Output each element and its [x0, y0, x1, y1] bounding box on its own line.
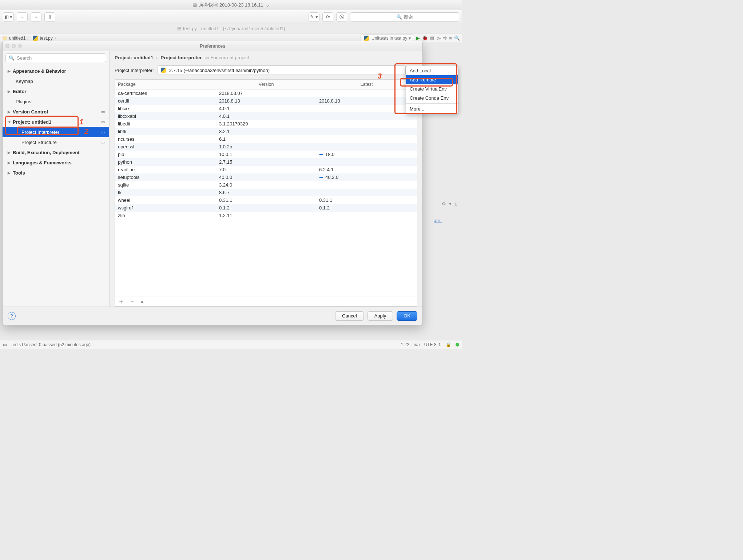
- tree-vcs[interactable]: ▶Version Control▭: [3, 107, 109, 117]
- chevron-down-icon[interactable]: ⌄: [266, 2, 270, 8]
- upgrade-arrow-icon: ➡: [319, 152, 323, 157]
- debug-button[interactable]: 🐞: [422, 35, 428, 41]
- preferences-titlebar[interactable]: Preferences: [3, 41, 422, 51]
- table-row[interactable]: sqlite3.24.0: [115, 181, 417, 189]
- tree-tools[interactable]: ▶Tools: [3, 168, 109, 178]
- remove-package-button[interactable]: －: [129, 297, 135, 306]
- mac-search-field[interactable]: 🔍 搜索: [350, 12, 459, 22]
- rotate-button[interactable]: ⟳: [322, 12, 333, 22]
- col-package[interactable]: Package: [115, 80, 216, 89]
- scope-current-project-icon: ▭: [101, 130, 105, 135]
- profile-button[interactable]: ◷: [437, 35, 441, 41]
- tree-build[interactable]: ▶Build, Execution, Deployment: [3, 147, 109, 157]
- table-row[interactable]: libcxxabi4.0.1: [115, 112, 417, 120]
- search-everywhere-icon[interactable]: 🔍: [454, 35, 460, 41]
- cell-latest: 0.1.2: [316, 205, 417, 211]
- status-indicator-icon[interactable]: [456, 343, 459, 347]
- share-button[interactable]: ⇧: [44, 12, 55, 22]
- interpreter-dropdown[interactable]: 2.7.15 (~/anaconda3/envs/firstLearn/bin/…: [158, 65, 406, 75]
- table-row[interactable]: wsgiref0.1.20.1.2: [115, 204, 417, 212]
- breadcrumb-project[interactable]: untitled1: [2, 36, 25, 41]
- breadcrumb-file[interactable]: test.py: [33, 36, 52, 41]
- cancel-button[interactable]: Cancel: [335, 311, 363, 321]
- table-row[interactable]: pip10.0.1➡18.0: [115, 151, 417, 158]
- table-row[interactable]: zlib1.2.11: [115, 212, 417, 219]
- python-icon: [161, 68, 166, 73]
- cell-version: 6.1: [216, 136, 316, 142]
- upgrade-package-button[interactable]: ▲: [140, 299, 144, 304]
- annotation-number-1: 1: [79, 118, 83, 126]
- scope-current-project-icon: ▭: [101, 120, 105, 124]
- ide-window-title: ▤ test.py - untitled1 - [~/PycharmProjec…: [0, 24, 462, 33]
- chevron-right-icon: ›: [156, 55, 158, 60]
- status-line-sep[interactable]: n/a: [414, 342, 420, 347]
- run-button[interactable]: ▶: [416, 35, 420, 41]
- markup-button[interactable]: Ⓐ: [336, 12, 347, 22]
- tree-plugins[interactable]: Plugins: [3, 96, 109, 107]
- upgrade-arrow-icon: ➡: [319, 175, 323, 180]
- cell-version: 0.1.2: [216, 205, 316, 211]
- tree-keymap[interactable]: Keymap: [3, 76, 109, 86]
- cell-package: openssl: [115, 144, 216, 149]
- table-row[interactable]: wheel0.31.10.31.1: [115, 196, 417, 204]
- table-row[interactable]: openssl1.0.2p: [115, 143, 417, 151]
- table-row[interactable]: libffi3.2.1: [115, 128, 417, 135]
- table-row[interactable]: libcxx4.0.1: [115, 105, 417, 112]
- zoom-out-button[interactable]: －: [17, 12, 28, 22]
- tree-project-structure[interactable]: Project Structure▭: [3, 137, 109, 147]
- concurrency-button[interactable]: ⇉: [443, 35, 447, 41]
- cell-package: setuptools: [115, 175, 216, 180]
- table-row[interactable]: tk8.6.7: [115, 189, 417, 196]
- preferences-content: Project: untitled1 › Project Interpreter…: [110, 51, 422, 307]
- lock-icon[interactable]: 🔒: [446, 342, 451, 347]
- partial-link-ate[interactable]: ate.: [434, 218, 442, 223]
- cell-package: python: [115, 159, 216, 165]
- interpreter-label: Project Interpreter:: [115, 68, 154, 73]
- cell-version: 1.0.2p: [216, 144, 316, 149]
- table-row[interactable]: libedit3.1.20170329: [115, 120, 417, 128]
- packages-table: Package Version Latest ca-certificates20…: [115, 79, 417, 307]
- edit-button[interactable]: ✎ ▾: [309, 12, 319, 22]
- cell-version: 40.0.0: [216, 175, 316, 180]
- table-row[interactable]: python2.7.15: [115, 158, 417, 166]
- ok-button[interactable]: OK: [397, 311, 417, 321]
- scope-current-project-icon: ▭: [101, 140, 105, 145]
- cell-package: sqlite: [115, 182, 216, 188]
- tree-appearance[interactable]: ▶Appearance & Behavior: [3, 66, 109, 76]
- table-row[interactable]: ncurses6.1: [115, 135, 417, 143]
- packages-table-footer: ＋ － ▲: [115, 296, 417, 306]
- cell-version: 4.0.1: [216, 113, 316, 119]
- table-row[interactable]: setuptools40.0.0➡40.2.0: [115, 173, 417, 181]
- col-version[interactable]: Version: [216, 80, 316, 89]
- mac-search-placeholder: 搜索: [404, 14, 413, 20]
- help-button[interactable]: ?: [8, 312, 16, 320]
- tree-editor[interactable]: ▶Editor: [3, 86, 109, 96]
- status-encoding[interactable]: UTF-8 ⇕: [424, 342, 441, 347]
- coverage-button[interactable]: ▩: [430, 35, 434, 41]
- status-caret-pos[interactable]: 1:22: [401, 342, 409, 347]
- collapse-icon[interactable]: ±: [454, 201, 457, 207]
- annotation-number-2: 2: [84, 127, 88, 136]
- stop-button[interactable]: ■: [449, 35, 452, 41]
- sidebar-toggle-button[interactable]: ◧ ▾: [3, 12, 14, 22]
- tool-window-options[interactable]: ⚙▾ ±: [437, 199, 462, 208]
- add-package-button[interactable]: ＋: [118, 297, 124, 306]
- apply-button[interactable]: Apply: [367, 311, 393, 321]
- preferences-search-input[interactable]: 🔍 Search: [5, 53, 106, 62]
- cell-version: 2018.8.13: [216, 98, 316, 104]
- ide-status-bar: ▭ Tests Passed: 0 passed (52 minutes ago…: [0, 340, 462, 349]
- tool-windows-icon[interactable]: ▭: [3, 342, 7, 347]
- zoom-in-button[interactable]: ＋: [31, 12, 41, 22]
- cell-latest: ➡18.0: [316, 152, 417, 157]
- cell-version: 8.6.7: [216, 190, 316, 195]
- tree-lang[interactable]: ▶Languages & Frameworks: [3, 157, 109, 168]
- table-row[interactable]: readline7.06.2.4.1: [115, 166, 417, 173]
- for-current-project-label: ▭For current project: [204, 55, 249, 60]
- table-row[interactable]: ca-certificates2018.03.07: [115, 89, 417, 97]
- cell-package: ncurses: [115, 136, 216, 142]
- table-row[interactable]: certifi2018.8.132018.8.13: [115, 97, 417, 105]
- scope-current-project-icon: ▭: [101, 109, 105, 114]
- packages-table-body[interactable]: ca-certificates2018.03.07certifi2018.8.1…: [115, 89, 417, 296]
- gear-icon[interactable]: ⚙: [442, 201, 446, 207]
- python-icon: [364, 36, 369, 41]
